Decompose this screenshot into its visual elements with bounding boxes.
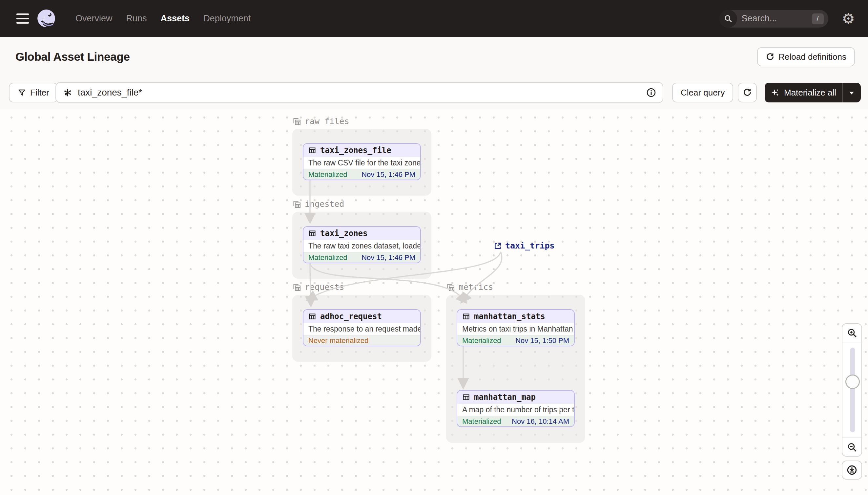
graph-query-icon: [63, 88, 72, 98]
zoom-in-button[interactable]: [842, 323, 862, 342]
lineage-edges: [0, 110, 868, 495]
status-label: Materialized: [308, 253, 348, 262]
materialization-timestamp: Nov 15, 1:50 PM: [515, 337, 569, 345]
search-shortcut-key: /: [812, 14, 824, 24]
primary-nav: Overview Runs Assets Deployment: [75, 14, 251, 24]
zoom-out-button[interactable]: [842, 438, 862, 457]
stacked-tables-icon: [446, 283, 455, 292]
asset-node-taxi-zones[interactable]: taxi_zones The raw taxi zones dataset, l…: [303, 226, 421, 263]
top-nav: Overview Runs Assets Deployment / ⚙︎: [0, 0, 868, 37]
zoom-slider: [842, 342, 862, 438]
menu-icon[interactable]: [16, 14, 29, 24]
materialize-all-label: Materialize all: [784, 88, 836, 98]
table-icon: [462, 312, 470, 320]
group-label-raw-files[interactable]: raw_files: [292, 117, 349, 126]
table-icon: [308, 312, 316, 320]
asset-name: taxi_zones: [320, 229, 368, 238]
asset-node-manhattan-map[interactable]: manhattan_map A map of the number of tri…: [457, 390, 575, 427]
asset-description: Metrics on taxi trips in Manhattan: [457, 323, 574, 335]
materialize-all-button[interactable]: Materialize all: [765, 83, 842, 102]
nav-item-assets[interactable]: Assets: [161, 14, 190, 24]
asset-name: manhattan_map: [474, 393, 536, 402]
materialize-dropdown-button[interactable]: [842, 83, 861, 102]
materialize-all-split-button: Materialize all: [765, 83, 861, 102]
table-icon: [308, 147, 316, 154]
page-header: Global Asset Lineage Reload definitions: [0, 37, 868, 76]
nav-item-deployment[interactable]: Deployment: [203, 14, 251, 24]
asset-node-manhattan-stats[interactable]: manhattan_stats Metrics on taxi trips in…: [457, 309, 575, 346]
status-label: Materialized: [462, 337, 501, 345]
group-label-requests[interactable]: requests: [292, 282, 344, 292]
stacked-tables-icon: [292, 117, 301, 126]
refresh-icon: [743, 88, 752, 97]
asset-query-field: [55, 82, 663, 103]
external-asset-taxi-trips[interactable]: taxi_trips: [493, 241, 555, 251]
external-link-icon: [493, 242, 502, 250]
clear-query-button[interactable]: Clear query: [672, 83, 733, 102]
stacked-tables-icon: [292, 283, 301, 292]
reload-definitions-label: Reload definitions: [778, 52, 846, 62]
status-label: Never materialized: [308, 337, 368, 345]
asset-description: The raw taxi zones dataset, loaded int..…: [303, 240, 420, 252]
materialization-timestamp: Nov 16, 10:14 AM: [512, 417, 569, 426]
magnifier-minus-icon: [847, 442, 857, 452]
status-label: Materialized: [462, 417, 501, 426]
asset-name: manhattan_stats: [474, 312, 545, 321]
info-icon[interactable]: [646, 88, 656, 98]
download-image-button[interactable]: [842, 461, 862, 480]
table-icon: [308, 229, 316, 237]
magnifier-plus-icon: [847, 328, 857, 338]
lineage-canvas[interactable]: raw_files ingested requests metrics: [0, 110, 868, 495]
search-box[interactable]: /: [720, 10, 828, 28]
lineage-toolbar: Filter Clear query Materialize all: [0, 76, 868, 109]
asset-node-taxi-zones-file[interactable]: taxi_zones_file The raw CSV file for the…: [303, 143, 421, 180]
filter-button[interactable]: Filter: [9, 83, 58, 102]
group-label-ingested[interactable]: ingested: [292, 199, 344, 209]
filter-label: Filter: [30, 88, 49, 98]
asset-query-input[interactable]: [78, 87, 646, 98]
materialization-timestamp: Nov 15, 1:46 PM: [361, 170, 415, 179]
reload-icon: [766, 52, 775, 62]
zoom-controls: [842, 323, 862, 480]
sparkle-icon: [771, 88, 780, 97]
download-icon: [847, 465, 857, 475]
search-icon: [720, 10, 737, 28]
asset-name: adhoc_request: [320, 312, 382, 321]
clear-query-label: Clear query: [681, 88, 725, 98]
funnel-icon: [17, 88, 26, 97]
refresh-button[interactable]: [738, 83, 757, 102]
settings-gear-icon[interactable]: ⚙︎: [842, 12, 855, 26]
asset-description: A map of the number of trips per taxi z.…: [457, 404, 574, 416]
dagster-global-asset-lineage: Overview Runs Assets Deployment / ⚙︎ Glo…: [0, 0, 868, 495]
dagster-logo-icon[interactable]: [36, 8, 56, 29]
page-title: Global Asset Lineage: [15, 50, 130, 63]
zoom-slider-thumb[interactable]: [845, 375, 860, 389]
nav-item-runs[interactable]: Runs: [126, 14, 147, 24]
stacked-tables-icon: [292, 200, 301, 209]
table-icon: [462, 393, 470, 401]
group-label-metrics[interactable]: metrics: [446, 282, 493, 292]
caret-down-icon: [849, 90, 854, 95]
materialization-timestamp: Nov 15, 1:46 PM: [361, 253, 415, 262]
status-label: Materialized: [308, 170, 348, 179]
asset-node-adhoc-request[interactable]: adhoc_request The response to an request…: [303, 309, 421, 346]
nav-item-overview[interactable]: Overview: [75, 14, 112, 24]
asset-name: taxi_zones_file: [320, 146, 391, 155]
search-input[interactable]: [742, 14, 804, 24]
zoom-slider-track[interactable]: [850, 347, 855, 432]
reload-definitions-button[interactable]: Reload definitions: [757, 47, 855, 66]
asset-description: The response to an request made in th...: [303, 323, 420, 335]
asset-description: The raw CSV file for the taxi zones dat.…: [303, 157, 420, 169]
